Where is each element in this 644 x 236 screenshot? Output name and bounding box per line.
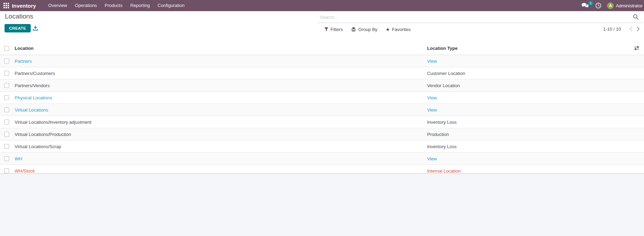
location-type-cell-text[interactable]: View bbox=[427, 95, 437, 100]
location-cell-text[interactable]: Physical Locations bbox=[15, 95, 52, 100]
location-cell-text[interactable]: Partners bbox=[15, 59, 32, 64]
select-all-checkbox[interactable] bbox=[4, 46, 9, 51]
funnel-icon bbox=[324, 27, 328, 31]
location-type-cell-text[interactable]: Inventory Loss bbox=[427, 120, 457, 125]
table-row[interactable]: WH View bbox=[0, 153, 644, 165]
nav-item-reporting[interactable]: Reporting bbox=[126, 0, 153, 11]
location-type-cell-text[interactable]: Production bbox=[427, 132, 449, 137]
table-header-row: Location Location Type bbox=[0, 42, 644, 55]
export-download-icon[interactable] bbox=[33, 25, 38, 32]
location-type-cell-text[interactable]: Internal Location bbox=[427, 168, 461, 174]
app-name[interactable]: Inventory bbox=[12, 3, 36, 9]
layers-icon bbox=[351, 27, 356, 32]
table-row[interactable]: Partners/Vendors Vendor Location bbox=[0, 79, 644, 92]
location-cell-text[interactable]: Partners/Customers bbox=[15, 71, 55, 76]
nav-item-configuration[interactable]: Configuration bbox=[154, 0, 188, 11]
table-row[interactable]: Virtual Locations View bbox=[0, 104, 644, 116]
nav-item-overview[interactable]: Overview bbox=[44, 0, 71, 11]
row-checkbox[interactable] bbox=[4, 144, 9, 149]
search-box bbox=[317, 11, 643, 23]
nav-menu: Overview Operations Products Reporting C… bbox=[44, 0, 188, 11]
table-row[interactable]: Partners View bbox=[0, 55, 644, 67]
inventory-locations-page: Inventory Overview Operations Products R… bbox=[0, 0, 644, 236]
table-row[interactable]: Physical Locations View bbox=[0, 92, 644, 104]
location-type-cell-text[interactable]: View bbox=[427, 156, 437, 161]
location-cell-text[interactable]: Partners/Vendors bbox=[15, 83, 50, 88]
row-checkbox[interactable] bbox=[4, 132, 9, 137]
table-body: Partners View Partners/Customers Custome… bbox=[0, 55, 644, 177]
avatar: A bbox=[607, 2, 614, 9]
row-checkbox[interactable] bbox=[4, 59, 9, 63]
group-by-label: Group By bbox=[358, 27, 377, 32]
row-checkbox[interactable] bbox=[4, 71, 9, 76]
user-menu[interactable]: A Administrator bbox=[607, 2, 643, 9]
column-header-location-type[interactable]: Location Type bbox=[427, 46, 457, 51]
optional-columns-button[interactable] bbox=[634, 46, 639, 51]
navbar-right: 1 A Administrator bbox=[581, 2, 643, 9]
location-cell-text[interactable]: Virtual Locations/Scrap bbox=[15, 144, 61, 149]
location-cell-text[interactable]: WH bbox=[15, 156, 22, 161]
row-checkbox[interactable] bbox=[4, 83, 9, 88]
activities-button[interactable] bbox=[595, 2, 601, 9]
row-checkbox[interactable] bbox=[4, 107, 9, 112]
apps-menu-icon[interactable] bbox=[3, 3, 9, 8]
location-type-cell-text[interactable]: Inventory Loss bbox=[427, 144, 457, 149]
location-cell-text[interactable]: Virtual Locations bbox=[15, 107, 48, 113]
location-type-cell-text[interactable]: View bbox=[427, 59, 437, 64]
location-cell-text[interactable]: Virtual Locations/Production bbox=[15, 132, 71, 137]
create-button[interactable]: CREATE bbox=[5, 24, 31, 32]
locations-table: Location Location Type bbox=[0, 42, 644, 177]
table-row[interactable]: Virtual Locations/Inventory adjustment I… bbox=[0, 116, 644, 128]
chevron-left-icon bbox=[629, 26, 632, 31]
content-empty-area bbox=[0, 173, 644, 236]
pager: 1-10 / 10 bbox=[603, 25, 642, 33]
row-checkbox[interactable] bbox=[4, 120, 9, 124]
nav-item-operations[interactable]: Operations bbox=[71, 0, 101, 11]
group-by-button[interactable]: Group By bbox=[351, 27, 377, 32]
speech-bubbles-icon bbox=[581, 3, 589, 8]
star-icon: ★ bbox=[386, 27, 390, 32]
column-header-location[interactable]: Location bbox=[14, 42, 427, 55]
row-checkbox[interactable] bbox=[4, 95, 9, 100]
location-cell-text[interactable]: WH/Stock bbox=[15, 168, 35, 174]
table-row[interactable]: Virtual Locations/Production Production bbox=[0, 128, 644, 140]
location-type-cell-text[interactable]: Vendor Location bbox=[427, 83, 460, 88]
location-cell-text[interactable]: Virtual Locations/Inventory adjustment bbox=[15, 120, 91, 125]
top-navbar: Inventory Overview Operations Products R… bbox=[0, 0, 644, 11]
favorites-label: Favorites bbox=[392, 27, 410, 32]
pager-next-button[interactable] bbox=[635, 26, 642, 31]
search-icon[interactable] bbox=[633, 14, 639, 21]
location-type-cell-text[interactable]: Customer Location bbox=[427, 71, 465, 76]
location-type-cell-text[interactable]: View bbox=[427, 107, 437, 113]
search-input[interactable] bbox=[319, 13, 613, 22]
message-count-badge: 1 bbox=[588, 1, 593, 5]
table-row[interactable]: Partners/Customers Customer Location bbox=[0, 67, 644, 79]
filters-button[interactable]: Filters bbox=[324, 27, 343, 32]
nav-item-products[interactable]: Products bbox=[101, 0, 126, 11]
sliders-icon bbox=[634, 46, 639, 51]
filters-label: Filters bbox=[331, 27, 343, 32]
messages-button[interactable]: 1 bbox=[581, 3, 589, 8]
user-name: Administrator bbox=[616, 3, 643, 8]
control-panel: Locations CREATE bbox=[0, 11, 644, 42]
page-title: Locations bbox=[5, 13, 33, 20]
filter-bar: Filters Group By ★ Favorites bbox=[324, 25, 419, 33]
pager-range: 1-10 / 10 bbox=[603, 26, 621, 32]
clock-icon bbox=[595, 2, 601, 9]
pager-previous-button[interactable] bbox=[627, 26, 635, 31]
row-checkbox[interactable] bbox=[4, 168, 9, 173]
table-row[interactable]: Virtual Locations/Scrap Inventory Loss bbox=[0, 140, 644, 153]
chevron-right-icon bbox=[637, 26, 640, 31]
favorites-button[interactable]: ★ Favorites bbox=[386, 27, 410, 32]
row-checkbox[interactable] bbox=[4, 156, 9, 161]
